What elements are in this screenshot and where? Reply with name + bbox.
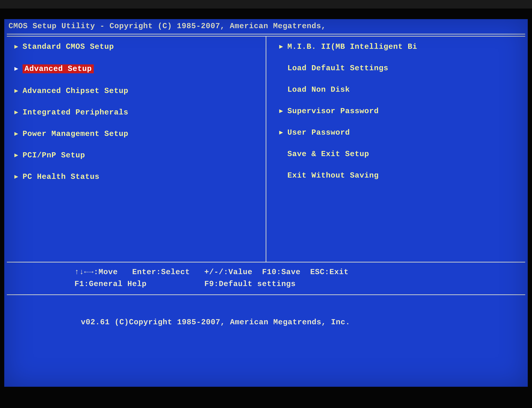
menu-item-left-5[interactable]: ▶PCI/PnP Setup xyxy=(13,152,263,159)
menu-item-label: Load Default Settings xyxy=(287,64,388,72)
footer-panel: v02.61 (C)Copyright 1985-2007, American … xyxy=(4,295,528,330)
divider xyxy=(7,34,525,34)
menu-item-label: Save & Exit Setup xyxy=(287,150,369,158)
triangle-right-icon: ▶ xyxy=(13,88,20,94)
menu-item-left-1[interactable]: ▶Advanced Setup xyxy=(13,64,263,73)
menu-item-label: Integrated Peripherals xyxy=(23,109,128,116)
menu-item-label: PCI/PnP Setup xyxy=(23,152,85,159)
footer-text: v02.61 (C)Copyright 1985-2007, American … xyxy=(81,318,350,327)
main-panel: ▶Standard CMOS Setup▶Advanced Setup▶Adva… xyxy=(7,36,525,262)
menu-item-label: Advanced Chipset Setup xyxy=(23,87,128,95)
menu-item-right-2[interactable]: ▶Load Non Disk xyxy=(278,86,522,94)
triangle-right-icon: ▶ xyxy=(278,108,284,114)
help-line-1: ↑↓←→:Move Enter:Select +/-/:Value F10:Sa… xyxy=(74,266,524,278)
menu-item-label: User Password xyxy=(287,129,350,136)
menu-item-left-4[interactable]: ▶Power Management Setup xyxy=(13,130,263,138)
triangle-right-icon: ▶ xyxy=(13,152,20,159)
help-panel: ↑↓←→:Move Enter:Select +/-/:Value F10:Sa… xyxy=(4,263,528,294)
bios-screen: CMOS Setup Utility - Copyright (C) 1985-… xyxy=(4,19,528,387)
menu-item-left-0[interactable]: ▶Standard CMOS Setup xyxy=(13,43,263,51)
triangle-right-icon: ▶ xyxy=(13,43,20,50)
page-title: CMOS Setup Utility - Copyright (C) 1985-… xyxy=(9,22,326,31)
menu-item-label: Supervisor Password xyxy=(287,107,379,115)
menu-item-label: M.I.B. II(MB Intelligent Bi xyxy=(287,43,417,51)
menu-item-label: Standard CMOS Setup xyxy=(23,43,114,51)
menu-item-label: Exit Without Saving xyxy=(287,172,379,179)
triangle-right-icon: ▶ xyxy=(13,66,20,72)
menu-item-label: Load Non Disk xyxy=(287,86,350,94)
monitor-bezel: CMOS Setup Utility - Copyright (C) 1985-… xyxy=(0,8,532,408)
menu-item-right-3[interactable]: ▶Supervisor Password xyxy=(278,107,522,115)
menu-column-right: ▶M.I.B. II(MB Intelligent Bi▶Load Defaul… xyxy=(266,36,525,262)
menu-item-label: Advanced Setup xyxy=(23,64,94,73)
menu-item-right-4[interactable]: ▶User Password xyxy=(278,129,522,136)
menu-item-right-5[interactable]: ▶Save & Exit Setup xyxy=(278,150,522,158)
menu-item-left-3[interactable]: ▶Integrated Peripherals xyxy=(13,109,263,116)
menu-column-left: ▶Standard CMOS Setup▶Advanced Setup▶Adva… xyxy=(7,36,266,262)
menu-item-left-2[interactable]: ▶Advanced Chipset Setup xyxy=(13,87,263,95)
triangle-right-icon: ▶ xyxy=(13,131,20,137)
triangle-right-icon: ▶ xyxy=(13,109,20,116)
menu-item-label: PC Health Status xyxy=(23,173,99,181)
triangle-right-icon: ▶ xyxy=(278,43,284,50)
triangle-right-icon: ▶ xyxy=(278,129,284,136)
menu-item-right-0[interactable]: ▶M.I.B. II(MB Intelligent Bi xyxy=(278,43,522,51)
menu-item-right-1[interactable]: ▶Load Default Settings xyxy=(278,64,522,72)
help-line-2: F1:General Help F9:Default settings xyxy=(74,278,524,290)
menu-item-left-6[interactable]: ▶PC Health Status xyxy=(13,173,263,181)
menu-item-label: Power Management Setup xyxy=(23,130,128,138)
menu-item-right-6[interactable]: ▶Exit Without Saving xyxy=(278,172,522,179)
triangle-right-icon: ▶ xyxy=(13,174,20,180)
title-bar: CMOS Setup Utility - Copyright (C) 1985-… xyxy=(4,19,528,34)
